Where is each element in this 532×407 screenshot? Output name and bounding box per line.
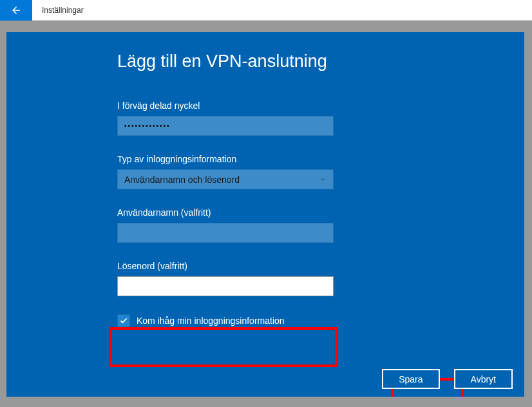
chevron-down-icon — [319, 176, 327, 183]
checkmark-icon — [119, 316, 128, 325]
signin-type-select[interactable]: Användarnamn och lösenord — [117, 169, 334, 189]
left-strip — [0, 32, 6, 407]
top-strip — [0, 21, 532, 32]
button-row: Spara Avbryt — [382, 369, 513, 389]
cancel-button[interactable]: Avbryt — [454, 369, 513, 389]
password-label: Lösenord (valfritt) — [117, 261, 446, 271]
password-group: Lösenord (valfritt) — [117, 261, 446, 296]
titlebar: Inställningar — [0, 0, 532, 21]
preshared-key-label: I förväg delad nyckel — [117, 100, 446, 111]
right-strip — [524, 32, 532, 407]
preshared-key-group: I förväg delad nyckel — [117, 100, 446, 136]
bottom-strip — [0, 397, 532, 407]
window-title: Inställningar — [32, 6, 84, 15]
content-area: Lägg till en VPN-anslutning I förväg del… — [6, 32, 524, 407]
preshared-key-input[interactable] — [117, 116, 334, 136]
username-input[interactable] — [117, 223, 334, 243]
remember-row: Kom ihåg min inloggningsinformation — [117, 314, 446, 327]
signin-type-group: Typ av inloggningsinformation Användarna… — [117, 154, 446, 189]
highlight-checkbox — [109, 327, 337, 367]
signin-type-label: Typ av inloggningsinformation — [117, 154, 446, 164]
page-title: Lägg till en VPN-anslutning — [117, 52, 446, 71]
arrow-left-icon — [10, 5, 22, 16]
signin-type-value: Användarnamn och lösenord — [124, 175, 240, 185]
remember-checkbox[interactable] — [117, 314, 130, 327]
password-input[interactable] — [117, 276, 334, 296]
save-button[interactable]: Spara — [382, 369, 439, 389]
username-group: Användarnamn (valfritt) — [117, 207, 446, 243]
remember-label: Kom ihåg min inloggningsinformation — [137, 316, 285, 326]
username-label: Användarnamn (valfritt) — [117, 207, 446, 218]
back-button[interactable] — [0, 0, 32, 21]
